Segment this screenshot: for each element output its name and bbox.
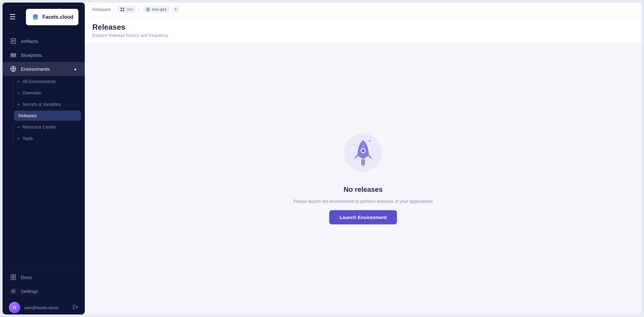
crm-label: crm	[126, 7, 133, 12]
submenu-all-environments-label: All Environments	[22, 79, 56, 84]
svg-rect-17	[123, 8, 124, 9]
page-header: Releases Explore Release history and fre…	[85, 16, 641, 43]
environments-chevron: ▲	[73, 67, 77, 71]
svg-rect-18	[121, 10, 122, 11]
submenu-tools[interactable]: Tools	[3, 133, 85, 144]
rocket-icon: ✦ ✦	[350, 137, 376, 172]
docs-icon	[10, 274, 16, 280]
main-content: Releases › crm › env-qa1	[85, 3, 641, 314]
sidebar-nav: Artifacts Blueprints	[3, 32, 85, 267]
sidebar-bottom: Docs Settings U	[3, 267, 85, 314]
submenu-overview-label: Overview	[22, 90, 41, 95]
svg-point-25	[362, 149, 365, 152]
avatar: U	[9, 302, 20, 313]
submenu-tools-label: Tools	[22, 136, 33, 141]
svg-text:✦: ✦	[353, 143, 356, 147]
sidebar-item-blueprints[interactable]: Blueprints	[3, 48, 85, 62]
environments-label: Environments	[21, 66, 69, 72]
user-email: user@facets.cloud	[24, 305, 69, 310]
submenu-dot	[18, 126, 19, 128]
logo-text: Facets.cloud	[42, 14, 73, 20]
content-area: ✦ ✦	[85, 43, 641, 314]
facets-logo-icon	[31, 13, 40, 21]
sidebar-item-settings[interactable]: Settings	[3, 284, 85, 298]
blueprints-label: Blueprints	[21, 52, 77, 58]
submenu-resource-center[interactable]: Resource Center	[3, 121, 85, 133]
breadcrumb-crm[interactable]: crm	[117, 6, 136, 13]
submenu-dot	[18, 138, 19, 139]
logout-icon[interactable]	[73, 304, 78, 311]
submenu-resource-center-label: Resource Center	[22, 125, 56, 130]
logo: Facets.cloud	[26, 9, 78, 25]
sidebar-item-environments[interactable]: Environments ▲	[3, 62, 85, 76]
settings-label: Settings	[21, 289, 77, 294]
svg-rect-7	[11, 56, 16, 57]
submenu-dot	[18, 104, 19, 105]
environments-icon	[10, 66, 16, 72]
svg-point-14	[12, 290, 14, 292]
environments-submenu: All Environments Overview Secrets & Vari…	[3, 76, 85, 144]
breadcrumb-sep-2: ›	[139, 7, 140, 12]
breadcrumb-env[interactable]: env-qa1	[143, 6, 170, 13]
launch-environment-button[interactable]: Launch Environment	[329, 210, 397, 224]
hamburger-button[interactable]: ☰	[5, 10, 20, 24]
user-profile[interactable]: U user@facets.cloud	[3, 298, 85, 314]
svg-rect-6	[11, 55, 16, 56]
breadcrumb-releases[interactable]: Releases	[92, 7, 111, 12]
settings-icon	[10, 288, 16, 294]
submenu-secrets-label: Secrets & Variables	[22, 102, 61, 107]
submenu-dot	[18, 81, 19, 82]
breadcrumb-bar: Releases › crm › env-qa1	[85, 3, 641, 16]
empty-state-description: Please launch the environment to perform…	[293, 199, 433, 204]
env-icon	[146, 7, 150, 12]
crm-icon	[120, 7, 125, 12]
page-subtitle: Explore Release history and frequency	[92, 33, 634, 38]
artifacts-label: Artifacts	[21, 39, 77, 44]
sidebar-item-artifacts[interactable]: Artifacts	[3, 34, 85, 48]
submenu-all-environments[interactable]: All Environments	[3, 76, 85, 87]
breadcrumb-sep-1: ›	[113, 7, 115, 12]
submenu-secrets[interactable]: Secrets & Variables	[3, 99, 85, 110]
submenu-releases-label: Releases	[18, 113, 37, 118]
submenu-overview[interactable]: Overview	[3, 87, 85, 99]
rocket-illustration: ✦ ✦	[343, 134, 384, 178]
submenu-dot	[18, 92, 19, 94]
svg-point-13	[13, 277, 14, 279]
svg-text:✦: ✦	[368, 138, 372, 143]
breadcrumb-dropdown-btn[interactable]: ▾	[172, 6, 179, 13]
artifacts-icon	[10, 38, 16, 44]
svg-rect-19	[123, 10, 124, 11]
empty-state: ✦ ✦	[281, 121, 445, 237]
empty-state-title: No releases	[344, 186, 383, 194]
docs-label: Docs	[21, 275, 77, 280]
blueprints-icon	[10, 52, 16, 58]
svg-rect-16	[121, 8, 122, 9]
sidebar-item-docs[interactable]: Docs	[3, 270, 85, 284]
page-title: Releases	[92, 23, 634, 32]
submenu-releases[interactable]: Releases	[14, 111, 81, 121]
env-label: env-qa1	[152, 7, 167, 12]
hamburger-icon: ☰	[9, 13, 16, 21]
svg-rect-5	[11, 53, 16, 54]
